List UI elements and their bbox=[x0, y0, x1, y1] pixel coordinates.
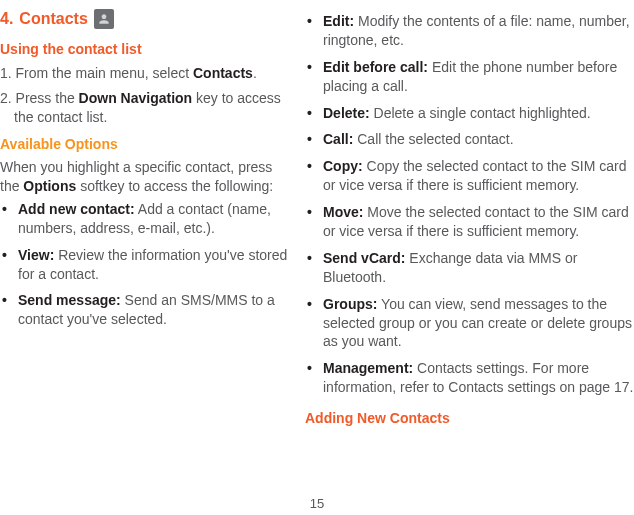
bullet-bold: Send message: bbox=[18, 292, 121, 308]
step-2-bold: Down Navigation bbox=[79, 90, 193, 106]
step-1: 1. From the main menu, select Contacts. bbox=[0, 64, 293, 83]
bullet-text: Copy the selected contact to the SIM car… bbox=[323, 158, 626, 193]
list-item: Send message: Send an SMS/MMS to a conta… bbox=[0, 291, 293, 329]
bullet-bold: Delete: bbox=[323, 105, 370, 121]
manual-page: 4. Contacts Using the contact list 1. Fr… bbox=[0, 0, 634, 434]
section-number: 4. bbox=[0, 8, 13, 30]
intro-paragraph: When you highlight a specific contact, p… bbox=[0, 158, 293, 196]
intro-post: softkey to access the following: bbox=[76, 178, 273, 194]
right-column: Edit: Modify the contents of a file: nam… bbox=[305, 8, 634, 434]
page-number: 15 bbox=[0, 496, 634, 511]
list-item: Management: Contacts settings. For more … bbox=[305, 359, 634, 397]
list-item: Edit before call: Edit the phone number … bbox=[305, 58, 634, 96]
bullet-bold: View: bbox=[18, 247, 54, 263]
list-item: Add new contact: Add a contact (name, nu… bbox=[0, 200, 293, 238]
list-item: Call: Call the selected contact. bbox=[305, 130, 634, 149]
bullet-text: Call the selected contact. bbox=[353, 131, 513, 147]
left-bullet-list: Add new contact: Add a contact (name, nu… bbox=[0, 200, 293, 329]
bullet-bold: Edit: bbox=[323, 13, 354, 29]
bullet-bold: Add new contact: bbox=[18, 201, 135, 217]
heading-using-contact-list: Using the contact list bbox=[0, 40, 293, 59]
section-title: 4. Contacts bbox=[0, 8, 293, 30]
step-1-post: . bbox=[253, 65, 257, 81]
list-item: Move: Move the selected contact to the S… bbox=[305, 203, 634, 241]
bullet-bold: Groups: bbox=[323, 296, 377, 312]
bullet-bold: Edit before call: bbox=[323, 59, 428, 75]
bullet-bold: Move: bbox=[323, 204, 363, 220]
list-item: Groups: You can view, send messages to t… bbox=[305, 295, 634, 352]
bullet-bold: Management: bbox=[323, 360, 413, 376]
list-item: View: Review the information you've stor… bbox=[0, 246, 293, 284]
step-2-pre: 2. Press the bbox=[0, 90, 79, 106]
step-1-bold: Contacts bbox=[193, 65, 253, 81]
list-item: Send vCard: Exchange data via MMS or Blu… bbox=[305, 249, 634, 287]
bullet-bold: Call: bbox=[323, 131, 353, 147]
right-bullet-list: Edit: Modify the contents of a file: nam… bbox=[305, 12, 634, 397]
bullet-text: Delete a single contact highlighted. bbox=[370, 105, 591, 121]
bullet-bold: Copy: bbox=[323, 158, 363, 174]
step-1-pre: 1. From the main menu, select bbox=[0, 65, 193, 81]
list-item: Edit: Modify the contents of a file: nam… bbox=[305, 12, 634, 50]
heading-available-options: Available Options bbox=[0, 135, 293, 154]
intro-bold: Options bbox=[23, 178, 76, 194]
bullet-text: Review the information you've stored for… bbox=[18, 247, 287, 282]
contacts-icon bbox=[94, 9, 114, 29]
list-item: Delete: Delete a single contact highligh… bbox=[305, 104, 634, 123]
bullet-text: Modify the contents of a file: name, num… bbox=[323, 13, 630, 48]
bullet-text: Move the selected contact to the SIM car… bbox=[323, 204, 629, 239]
bullet-bold: Send vCard: bbox=[323, 250, 405, 266]
step-2: 2. Press the Down Navigation key to acce… bbox=[0, 89, 293, 127]
section-title-text: Contacts bbox=[19, 8, 87, 30]
list-item: Copy: Copy the selected contact to the S… bbox=[305, 157, 634, 195]
heading-adding-new-contacts: Adding New Contacts bbox=[305, 409, 634, 428]
left-column: 4. Contacts Using the contact list 1. Fr… bbox=[0, 8, 305, 434]
